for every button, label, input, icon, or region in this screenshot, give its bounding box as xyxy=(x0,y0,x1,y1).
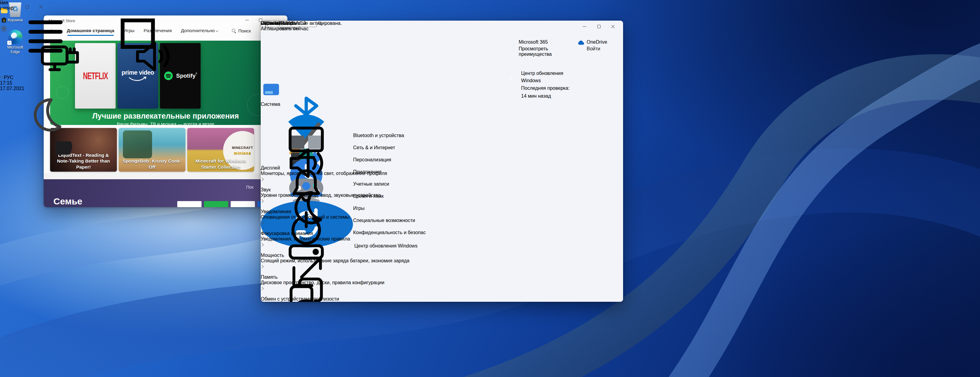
activate-now-link[interactable]: Активировать сейчас xyxy=(261,26,342,32)
activation-warning-text: Система Windows не активирована. xyxy=(261,21,342,26)
store-bag-icon xyxy=(0,16,8,24)
keyboard-language[interactable]: РУС xyxy=(4,75,13,80)
ms365-subtitle[interactable]: Просмотреть преимущества xyxy=(519,46,570,57)
activation-warning-banner: i Система Windows не активирована. Актив… xyxy=(261,21,342,32)
clock[interactable]: 17:15 17.07.2021 xyxy=(0,80,198,91)
store-button[interactable] xyxy=(0,16,198,25)
taskbar: РУС 17:15 17.07.2021 xyxy=(0,0,198,138)
store-search-button[interactable]: Поиск xyxy=(232,28,251,33)
update-title: Центр обновления Windows xyxy=(521,70,570,84)
date: 17.07.2021 xyxy=(0,86,198,91)
minimize-icon[interactable] xyxy=(245,18,249,22)
store-purple-banner[interactable]: Пок Семье xyxy=(44,179,287,207)
desktop: ♻ Корзина ↗ Microsoft Edge Microsoft Sto… xyxy=(0,0,980,377)
onedrive-cloud-icon xyxy=(577,39,585,47)
onedrive-title: OneDrive xyxy=(587,40,607,45)
avatar[interactable] xyxy=(269,39,287,57)
file-explorer-button[interactable] xyxy=(0,7,198,16)
app-tile[interactable] xyxy=(204,201,228,207)
card-title: Minecraft for Windows Starter Collection xyxy=(189,158,252,170)
app-tile[interactable] xyxy=(231,201,255,207)
settings-window: Параметры Alex Exler exler@exler.ru Сист… xyxy=(261,21,623,302)
search-icon xyxy=(232,29,236,33)
card-title: SpongeBob: Krusty Cook-Off xyxy=(121,158,184,170)
windows-update-icon xyxy=(508,75,514,82)
onedrive-signin[interactable]: Войти xyxy=(587,46,600,52)
update-subtitle: Последняя проверка: 14 мин назад xyxy=(521,84,576,100)
banner-heading: Семье xyxy=(53,196,82,206)
chevron-down-icon xyxy=(216,29,218,32)
network-icon[interactable] xyxy=(15,34,106,79)
ms365-title: Microsoft 365 xyxy=(519,40,548,45)
file-explorer-icon xyxy=(0,7,8,14)
settings-gear-icon xyxy=(0,25,8,32)
time: 17:15 xyxy=(0,80,198,86)
maximize-icon[interactable] xyxy=(597,24,601,29)
search-icon xyxy=(0,0,5,5)
activation-icon xyxy=(261,293,352,302)
card-title: LiquidText - Reading & Note-Taking Bette… xyxy=(52,152,115,170)
settings-button[interactable] xyxy=(0,25,198,34)
focus-assist-moon-icon[interactable] xyxy=(0,91,91,137)
app-tile[interactable] xyxy=(177,201,202,207)
row-activation[interactable]: Активация xyxy=(261,293,352,302)
tray-chevron-up-icon[interactable] xyxy=(0,76,3,79)
volume-icon[interactable] xyxy=(107,34,198,79)
taskbar-search-button[interactable] xyxy=(0,0,198,7)
minimize-icon[interactable] xyxy=(582,24,587,29)
show-all-link[interactable]: Пок xyxy=(246,185,253,190)
close-icon[interactable] xyxy=(611,24,615,29)
info-icon: i xyxy=(265,24,266,30)
store-section-gap xyxy=(44,173,287,179)
